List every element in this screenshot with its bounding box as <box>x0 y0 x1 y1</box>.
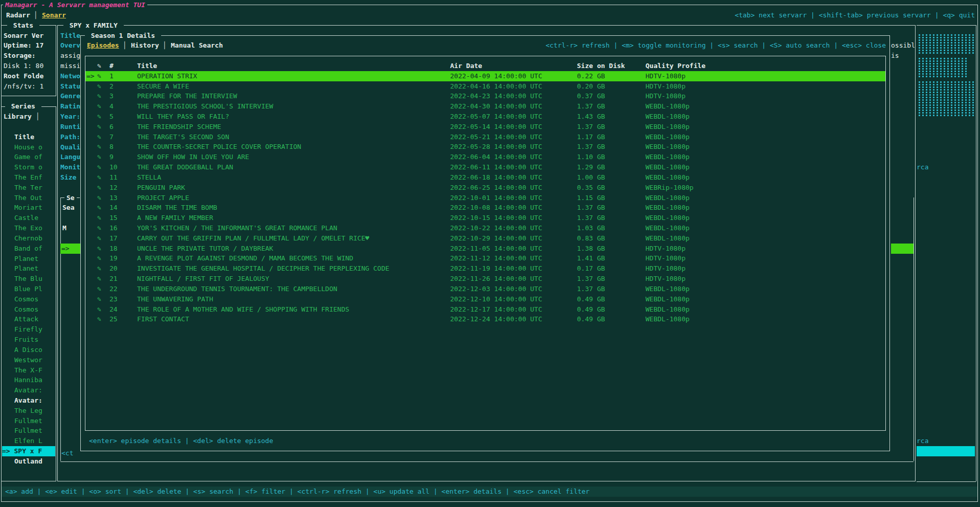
episode-title: CARRY OUT THE GRIFFIN PLAN / FULLMETAL L… <box>137 233 369 244</box>
episode-air-date: 2022-12-17 14:00:00 UTC <box>450 304 542 315</box>
sonarr-logo-dots <box>918 81 974 117</box>
episode-row[interactable]: ✎22THE UNDERGROUND TENNIS TOURNAMENT: TH… <box>85 284 885 294</box>
episode-quality-profile: WEBDL-1080p <box>645 162 689 172</box>
library-item[interactable]: Game of <box>14 152 54 162</box>
library-item[interactable]: Fullmet <box>14 416 54 426</box>
library-item[interactable]: Outland <box>14 456 54 467</box>
episode-title: THE COUNTER-SECRET POLICE COVER OPERATIO… <box>137 142 301 152</box>
library-item[interactable]: Cosmos <box>14 294 54 304</box>
episode-title: THE GREAT DODGEBALL PLAN <box>137 162 233 172</box>
episode-size-on-disk: 0.17 GB <box>577 263 605 274</box>
episode-row[interactable]: ✎23THE UNWAVERING PATH2022-12-10 14:00:0… <box>85 294 885 304</box>
tab-radarr[interactable]: Radarr <box>6 10 30 20</box>
library-item[interactable]: Chernob <box>14 233 54 244</box>
library-item[interactable]: The X-F <box>14 365 54 376</box>
episode-air-date: 2022-11-05 14:00:00 UTC <box>450 244 542 254</box>
library-item[interactable]: Fullmet <box>14 426 54 436</box>
library-item[interactable]: Castle <box>14 213 54 223</box>
episode-number: 1 <box>109 71 114 81</box>
episode-row[interactable]: ✎2SECURE A WIFE2022-04-16 14:00:00 UTC0.… <box>85 81 885 92</box>
library-item[interactable]: The Exo <box>14 223 54 233</box>
episode-air-date: 2022-04-09 14:00:00 UTC <box>450 71 542 81</box>
episode-number: 24 <box>109 304 118 315</box>
episode-title: WILL THEY PASS OR FAIL? <box>137 112 229 122</box>
episode-row[interactable]: =>✎1OPERATION STRIX2022-04-09 14:00:00 U… <box>85 71 885 81</box>
episode-row[interactable]: ✎5WILL THEY PASS OR FAIL?2022-05-07 14:0… <box>85 112 885 122</box>
library-item[interactable]: The Leg <box>14 406 54 416</box>
episode-size-on-disk: 1.03 GB <box>577 223 605 233</box>
sonarr-logo-dots <box>918 57 969 78</box>
episode-row[interactable]: ✎9SHOW OFF HOW IN LOVE YOU ARE2022-06-04… <box>85 152 885 162</box>
library-item[interactable]: Band of <box>14 244 54 254</box>
episode-number: 14 <box>109 203 118 213</box>
library-item[interactable]: The Blu <box>14 274 54 284</box>
library-item[interactable]: Fruits <box>14 335 54 345</box>
episode-row[interactable]: ✎7THE TARGET'S SECOND SON2022-05-21 14:0… <box>85 132 885 142</box>
library-item[interactable]: Avatar: <box>14 395 54 406</box>
episode-row[interactable]: ✎15A NEW FAMILY MEMBER2022-10-15 14:00:0… <box>85 213 885 223</box>
library-item[interactable]: The Ter <box>14 183 54 193</box>
episode-row[interactable]: ✎14DISARM THE TIME BOMB2022-10-08 14:00:… <box>85 203 885 213</box>
library-item[interactable]: Avatar: <box>14 385 54 395</box>
episode-row[interactable]: ✎8THE COUNTER-SECRET POLICE COVER OPERAT… <box>85 142 885 152</box>
library-item[interactable]: Attack <box>14 314 54 324</box>
episode-air-date: 2022-10-22 14:00:00 UTC <box>450 223 542 233</box>
episode-title: A REVENGE PLOT AGAINST DESMOND / MAMA BE… <box>137 253 353 263</box>
episode-row[interactable]: ✎20INVESTIGATE THE GENERAL HOSPITAL / DE… <box>85 263 885 274</box>
season-details-title: Season 1 Details <box>85 31 161 41</box>
episode-title: STELLA <box>137 172 161 183</box>
episode-air-date: 2022-05-14 14:00:00 UTC <box>450 122 542 132</box>
episode-number: 22 <box>109 284 118 294</box>
episode-row[interactable]: ✎12PENGUIN PARK2022-06-25 14:00:00 UTC0.… <box>85 183 885 193</box>
episode-row[interactable]: ✎19A REVENGE PLOT AGAINST DESMOND / MAMA… <box>85 253 885 263</box>
library-item[interactable]: Planet <box>14 254 54 264</box>
library-item[interactable]: The Out <box>14 193 54 203</box>
library-item[interactable]: Storm o <box>14 162 54 172</box>
episode-row[interactable]: ✎10THE GREAT DODGEBALL PLAN2022-06-11 14… <box>85 162 885 172</box>
library-tab[interactable]: Library <box>4 112 32 122</box>
library-item[interactable]: Westwor <box>14 355 54 365</box>
episode-row[interactable]: ✎4THE PRESTIGIOUS SCHOOL'S INTERVIEW2022… <box>85 101 885 112</box>
episode-row[interactable]: ✎24THE ROLE OF A MOTHER AND WIFE / SHOPP… <box>85 304 885 315</box>
episode-number: 21 <box>109 274 118 284</box>
episode-title: SECURE A WIFE <box>137 81 189 92</box>
library-item[interactable]: Planet <box>14 263 54 274</box>
library-item[interactable]: Moriart <box>14 203 54 213</box>
library-item[interactable]: Firefly <box>14 324 54 335</box>
library-item[interactable]: => SPY x F <box>2 446 55 456</box>
episode-row[interactable]: ✎16YOR'S KITCHEN / THE INFORMANT'S GREAT… <box>85 223 885 233</box>
episode-row[interactable]: ✎6THE FRIENDSHIP SCHEME2022-05-14 14:00:… <box>85 122 885 132</box>
episode-row[interactable]: ✎3PREPARE FOR THE INTERVIEW2022-04-23 14… <box>85 91 885 101</box>
episode-row[interactable]: ✎17CARRY OUT THE GRIFFIN PLAN / FULLMETA… <box>85 233 885 244</box>
episode-air-date: 2022-11-19 14:00:00 UTC <box>450 263 542 274</box>
episode-row[interactable]: ✎13PROJECT APPLE2022-10-01 14:00:00 UTC1… <box>85 193 885 203</box>
episode-row[interactable]: ✎25FIRST CONTACT2022-12-24 14:00:00 UTC0… <box>85 314 885 324</box>
background-window-border <box>917 25 976 26</box>
episode-size-on-disk: 1.41 GB <box>577 253 605 263</box>
episode-quality-profile: HDTV-1080p <box>645 263 685 274</box>
episode-air-date: 2022-12-03 14:00:00 UTC <box>450 284 542 294</box>
episode-number: 18 <box>109 244 118 254</box>
episode-row[interactable]: ✎11STELLA2022-06-18 14:00:00 UTC1.00 GBW… <box>85 172 885 183</box>
library-item[interactable]: The Enf <box>14 172 54 183</box>
library-item[interactable]: Cosmos <box>14 304 54 315</box>
library-item[interactable]: House o <box>14 142 54 152</box>
episode-row[interactable]: ✎18UNCLE THE PRIVATE TUTOR / DAYBREAK202… <box>85 244 885 254</box>
episode-title: THE TARGET'S SECOND SON <box>137 132 229 142</box>
library-item[interactable]: A Disco <box>14 345 54 355</box>
episode-title: THE FRIENDSHIP SCHEME <box>137 122 221 132</box>
tab-sonarr[interactable]: Sonarr <box>42 10 66 20</box>
episode-quality-profile: HDTV-1080p <box>645 81 685 92</box>
episode-title: FIRST CONTACT <box>137 314 189 324</box>
episode-quality-profile: WEBDL-1080p <box>645 172 689 183</box>
episode-number: 25 <box>109 314 118 324</box>
episode-size-on-disk: 1.37 GB <box>577 274 605 284</box>
monitored-icon: ✎ <box>97 172 101 183</box>
episode-row[interactable]: ✎21NIGHTFALL / FIRST FIT OF JEALOUSY2022… <box>85 274 885 284</box>
library-item[interactable]: Elfen L <box>14 436 54 446</box>
episode-title: SHOW OFF HOW IN LOVE YOU ARE <box>137 152 249 162</box>
episode-size-on-disk: 1.00 GB <box>577 172 605 183</box>
library-item[interactable]: Hanniba <box>14 375 54 385</box>
episode-quality-profile: WEBRip-1080p <box>645 183 694 193</box>
library-item[interactable]: Blue Pl <box>14 284 54 294</box>
